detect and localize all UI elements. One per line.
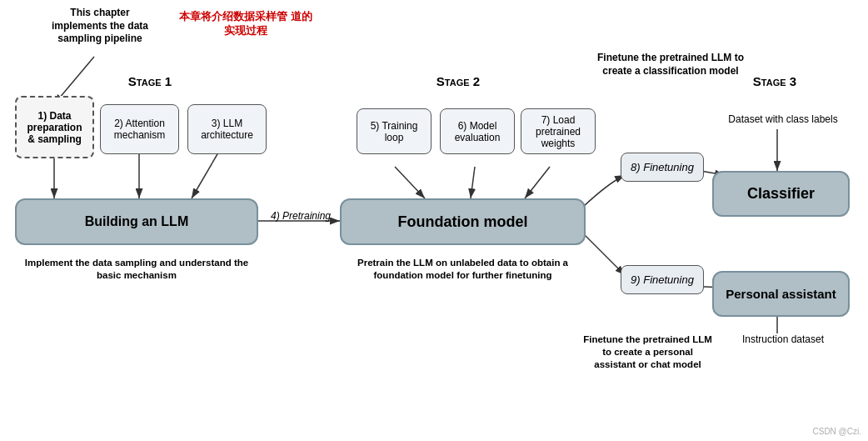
foundation-model-label: Foundation model (398, 213, 528, 231)
finetuning9-box: 9) Finetuning (621, 265, 704, 294)
finetuning8-box: 8) Finetuning (621, 153, 704, 182)
finetune-classifier-note: Finetune the pretrained LLM to create a … (591, 52, 750, 78)
dataset-labels-text: Dataset with class labels (716, 113, 850, 127)
personal-assistant-box: Personal assistant (712, 271, 850, 317)
training-loop-box: 5) Training loop (357, 108, 432, 154)
chinese-note: 本章将介绍数据采样管 道的实现过程 (175, 10, 317, 38)
svg-line-4 (192, 148, 221, 198)
building-llm-label: Building an LLM (85, 214, 188, 229)
finetune-personal-note: Finetune the pretrained LLM to create a … (583, 333, 712, 371)
model-eval-box: 6) Model evaluation (440, 108, 515, 154)
load-weights-box: 7) Load pretrained weights (521, 108, 596, 154)
pretraining-label: 4) Pretraining (263, 210, 338, 223)
stage1-label: Stage 1 (108, 73, 192, 90)
data-prep-label: 1) Data preparation & sampling (27, 110, 82, 145)
training-loop-label: 5) Training loop (371, 120, 418, 143)
svg-line-7 (471, 167, 475, 198)
data-prep-box: 1) Data preparation & sampling (15, 96, 94, 158)
pretrain-note: Pretrain the LLM on unlabeled data to ob… (340, 257, 586, 282)
diagram-container: Stage 1 Stage 2 Stage 3 This chapter imp… (0, 0, 868, 441)
finetuning9-label: 9) Finetuning (631, 273, 694, 286)
watermark: CSDN @Czi. (813, 427, 862, 436)
attention-label: 2) Attention mechanism (114, 118, 165, 141)
classifier-label: Classifier (747, 185, 815, 203)
llm-arch-label: 3) LLM architecture (201, 118, 253, 141)
foundation-model-box: Foundation model (340, 198, 586, 245)
svg-line-8 (525, 167, 550, 198)
finetuning8-label: 8) Finetuning (631, 161, 694, 173)
stage2-label: Stage 2 (417, 73, 500, 90)
personal-assistant-label: Personal assistant (726, 287, 836, 301)
llm-arch-box: 3) LLM architecture (187, 104, 267, 154)
chapter-note: This chapter implements the data samplin… (46, 7, 154, 46)
load-weights-label: 7) Load pretrained weights (536, 114, 581, 149)
classifier-box: Classifier (712, 171, 850, 217)
attention-box: 2) Attention mechanism (100, 104, 179, 154)
svg-line-6 (395, 167, 425, 198)
building-llm-box: Building an LLM (15, 198, 258, 245)
implement-note: Implement the data sampling and understa… (15, 257, 258, 282)
model-eval-label: 6) Model evaluation (455, 120, 501, 143)
instruction-dataset-text: Instruction dataset (716, 333, 850, 347)
